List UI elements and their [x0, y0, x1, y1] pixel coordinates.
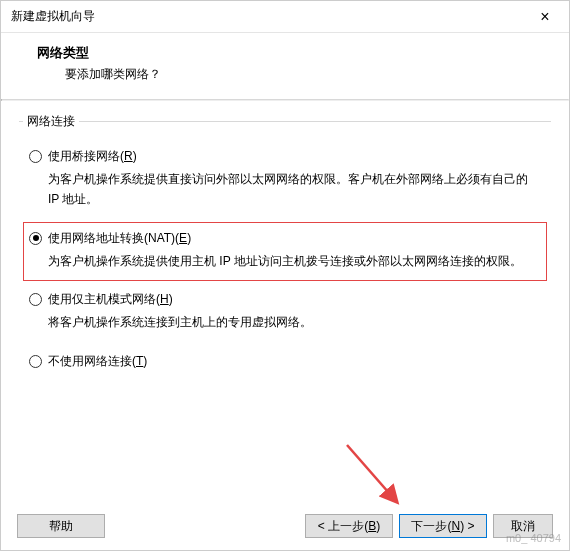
cancel-button[interactable]: 取消 — [493, 514, 553, 538]
radio-icon[interactable] — [29, 232, 42, 245]
group-legend: 网络连接 — [23, 113, 79, 130]
svg-line-0 — [347, 445, 396, 501]
next-button[interactable]: 下一步(N) > — [399, 514, 487, 538]
option-label: 使用网络地址转换(NAT)(E) — [48, 230, 191, 247]
option-label: 使用仅主机模式网络(H) — [48, 291, 173, 308]
option-label: 使用桥接网络(R) — [48, 148, 137, 165]
back-button[interactable]: < 上一步(B) — [305, 514, 393, 538]
body: 网络连接 使用桥接网络(R) 为客户机操作系统提供直接访问外部以太网网络的权限。… — [1, 101, 569, 388]
option-label: 不使用网络连接(T) — [48, 353, 147, 370]
option-nat[interactable]: 使用网络地址转换(NAT)(E) 为客户机操作系统提供使用主机 IP 地址访问主… — [23, 222, 547, 281]
option-bridged[interactable]: 使用桥接网络(R) 为客户机操作系统提供直接访问外部以太网网络的权限。客户机在外… — [23, 140, 547, 220]
window-title: 新建虚拟机向导 — [11, 8, 95, 25]
network-connection-group: 网络连接 使用桥接网络(R) 为客户机操作系统提供直接访问外部以太网网络的权限。… — [19, 113, 551, 388]
close-icon[interactable]: × — [531, 8, 559, 26]
titlebar: 新建虚拟机向导 × — [1, 1, 569, 33]
header: 网络类型 要添加哪类网络？ — [1, 33, 569, 99]
footer: 帮助 < 上一步(B) 下一步(N) > 取消 — [1, 504, 569, 550]
radio-icon[interactable] — [29, 150, 42, 163]
page-heading: 网络类型 — [23, 45, 547, 62]
option-desc: 为客户机操作系统提供使用主机 IP 地址访问主机拨号连接或外部以太网网络连接的权… — [48, 251, 541, 271]
option-no-network[interactable]: 不使用网络连接(T) — [23, 345, 547, 384]
radio-icon[interactable] — [29, 293, 42, 306]
help-button[interactable]: 帮助 — [17, 514, 105, 538]
option-desc: 为客户机操作系统提供直接访问外部以太网网络的权限。客户机在外部网络上必须有自己的… — [48, 169, 541, 210]
radio-icon[interactable] — [29, 355, 42, 368]
page-subtitle: 要添加哪类网络？ — [23, 66, 547, 83]
option-desc: 将客户机操作系统连接到主机上的专用虚拟网络。 — [48, 312, 541, 332]
option-host-only[interactable]: 使用仅主机模式网络(H) 将客户机操作系统连接到主机上的专用虚拟网络。 — [23, 283, 547, 342]
